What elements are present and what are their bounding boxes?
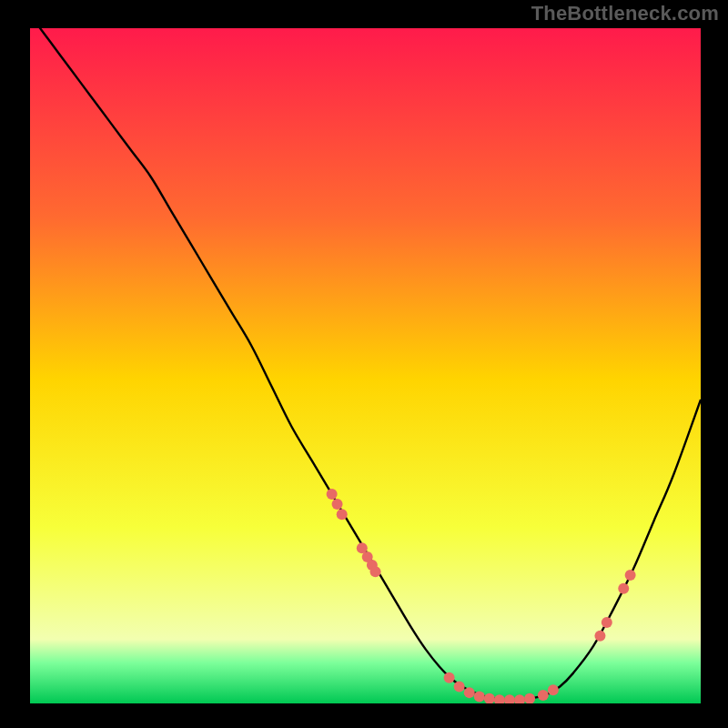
data-point	[548, 684, 559, 695]
data-point	[464, 687, 475, 698]
data-point	[618, 583, 629, 594]
data-point	[504, 694, 515, 705]
data-point	[332, 499, 343, 510]
data-point	[538, 690, 549, 701]
data-point	[494, 694, 505, 705]
data-point	[337, 509, 348, 520]
data-point	[514, 694, 525, 705]
data-point	[484, 693, 495, 704]
data-point	[370, 566, 381, 577]
data-point	[594, 631, 605, 642]
data-point	[327, 489, 338, 500]
bottleneck-chart	[0, 0, 728, 728]
data-point	[454, 681, 465, 692]
data-point	[524, 693, 535, 704]
data-point	[602, 617, 612, 628]
data-point	[625, 570, 636, 581]
chart-stage: TheBottleneck.com	[0, 0, 728, 728]
gradient-background	[30, 28, 701, 703]
data-point	[444, 672, 455, 683]
data-point	[474, 692, 485, 703]
